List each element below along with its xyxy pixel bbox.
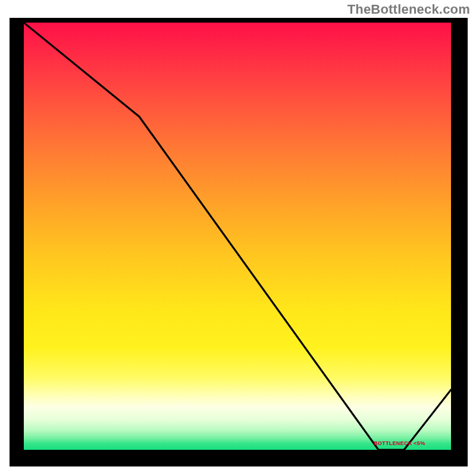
plot-area: BOTTLENECK <5% <box>24 23 451 450</box>
plot-frame: BOTTLENECK <5% <box>10 18 468 466</box>
line-overlay <box>24 23 451 450</box>
bottleneck-curve <box>24 23 451 450</box>
chart-container: TheBottleneck.com BOTTLENECK <5% <box>0 0 476 476</box>
attribution-text: TheBottleneck.com <box>347 2 470 17</box>
